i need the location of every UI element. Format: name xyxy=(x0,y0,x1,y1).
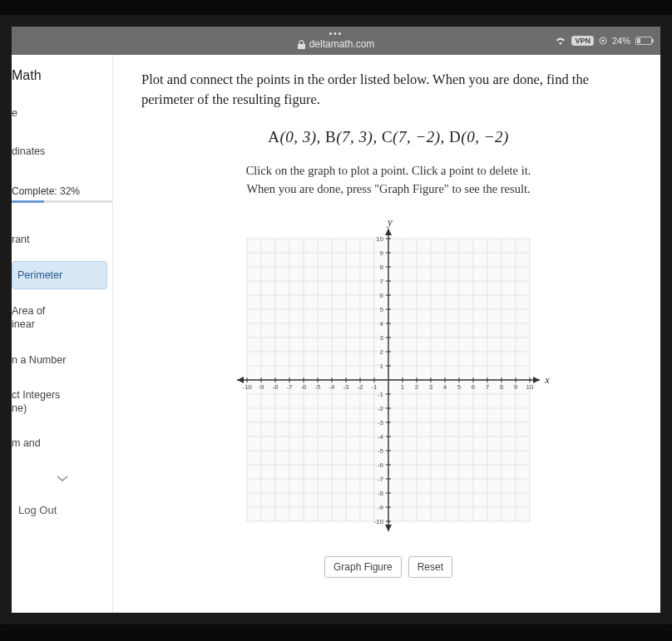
svg-text:-10: -10 xyxy=(373,518,383,525)
svg-text:-10: -10 xyxy=(242,383,252,391)
sidebar-item-3[interactable]: Area of inear xyxy=(12,298,112,338)
graph-figure-button[interactable]: Graph Figure xyxy=(324,556,402,578)
chevron-down-icon[interactable] xyxy=(12,466,112,492)
svg-text:-9: -9 xyxy=(258,383,264,391)
problem-formula: A(0, 3), B(7, 3), C(7, −2), D(0, −2) xyxy=(141,128,635,146)
progress-bar xyxy=(12,200,112,203)
graph-instructions: Click on the graph to plot a point. Clic… xyxy=(141,161,635,199)
svg-point-1 xyxy=(601,40,604,42)
svg-text:-2: -2 xyxy=(378,405,384,412)
device-frame: ••• deltamath.com VPN 24% Math e dinates… xyxy=(0,15,672,624)
location-icon xyxy=(599,37,607,45)
logout-link[interactable]: Log Out xyxy=(12,492,112,516)
svg-marker-50 xyxy=(385,525,392,531)
svg-text:3: 3 xyxy=(380,334,384,342)
svg-text:7: 7 xyxy=(380,278,384,285)
svg-text:-8: -8 xyxy=(378,490,384,497)
browser-status-bar: ••• deltamath.com VPN 24% xyxy=(12,27,660,55)
sidebar-item-dinates[interactable]: dinates xyxy=(12,138,112,165)
vpn-badge: VPN xyxy=(571,36,594,46)
sidebar-title: Math xyxy=(12,65,112,100)
sidebar: Math e dinates Complete: 32% rantPerimet… xyxy=(12,55,113,613)
main-content: Plot and connect the points in the order… xyxy=(113,55,660,613)
svg-text:-9: -9 xyxy=(378,504,384,511)
sidebar-item-5[interactable]: ct Integers ne) xyxy=(12,382,112,422)
svg-text:-7: -7 xyxy=(378,476,384,483)
progress-block: Complete: 32% xyxy=(12,185,112,203)
svg-text:-4: -4 xyxy=(329,383,335,391)
svg-text:5: 5 xyxy=(457,383,462,391)
svg-text:2: 2 xyxy=(415,383,419,391)
svg-text:-3: -3 xyxy=(343,383,349,391)
svg-text:-5: -5 xyxy=(314,383,321,391)
svg-marker-49 xyxy=(385,229,392,235)
sidebar-item-4[interactable]: n a Number xyxy=(12,347,112,373)
svg-text:6: 6 xyxy=(472,383,476,391)
battery-icon xyxy=(635,37,652,45)
svg-text:10: 10 xyxy=(526,383,534,391)
svg-text:5: 5 xyxy=(380,306,384,313)
svg-text:3: 3 xyxy=(429,383,433,391)
problem-prompt: Plot and connect the points in the order… xyxy=(141,70,635,110)
svg-text:-6: -6 xyxy=(378,461,384,469)
sidebar-item-1[interactable]: rant xyxy=(12,226,112,253)
svg-marker-48 xyxy=(237,377,244,383)
svg-text:-5: -5 xyxy=(378,447,384,455)
svg-text:-2: -2 xyxy=(357,383,363,391)
svg-text:10: 10 xyxy=(376,235,383,243)
svg-text:8: 8 xyxy=(380,264,384,271)
svg-text:-1: -1 xyxy=(378,391,384,398)
progress-label: Complete: 32% xyxy=(12,185,112,200)
sidebar-item-6[interactable]: m and xyxy=(12,430,112,456)
svg-text:1: 1 xyxy=(401,383,405,391)
svg-text:x: x xyxy=(544,373,550,386)
svg-text:9: 9 xyxy=(380,249,384,257)
svg-text:4: 4 xyxy=(380,320,384,328)
svg-text:4: 4 xyxy=(443,383,447,391)
sidebar-item-0[interactable]: e xyxy=(12,100,112,126)
svg-text:-4: -4 xyxy=(378,433,384,441)
svg-marker-47 xyxy=(533,377,540,383)
svg-text:7: 7 xyxy=(486,383,490,391)
svg-text:-7: -7 xyxy=(286,383,293,391)
sidebar-item-2[interactable]: Perimeter xyxy=(12,261,107,289)
wifi-icon xyxy=(555,37,566,45)
url-text: deltamath.com xyxy=(309,38,375,50)
svg-text:9: 9 xyxy=(514,383,518,391)
more-icon[interactable]: ••• xyxy=(329,32,343,37)
svg-text:y: y xyxy=(386,215,393,228)
reset-button[interactable]: Reset xyxy=(408,556,452,578)
lock-icon xyxy=(298,40,305,49)
svg-text:2: 2 xyxy=(380,348,384,356)
svg-text:-6: -6 xyxy=(300,383,307,391)
battery-percent: 24% xyxy=(612,36,630,46)
coordinate-graph[interactable]: -10-9-8-7-6-5-4-3-2-112345678910-10-9-8-… xyxy=(222,214,555,546)
svg-text:-3: -3 xyxy=(378,419,384,427)
svg-text:1: 1 xyxy=(380,362,384,370)
svg-text:8: 8 xyxy=(500,383,504,391)
svg-text:6: 6 xyxy=(380,292,384,299)
svg-text:-8: -8 xyxy=(272,383,279,391)
svg-text:-1: -1 xyxy=(371,383,378,391)
